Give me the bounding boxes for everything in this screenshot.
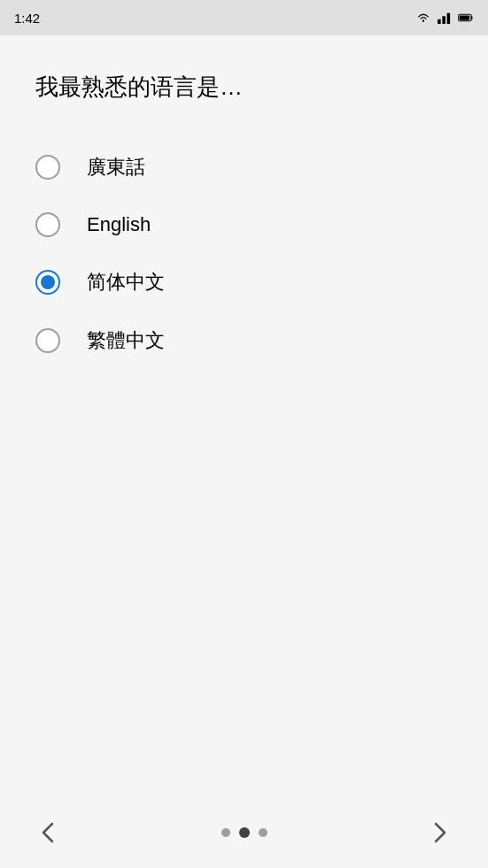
radio-label-english: English bbox=[87, 213, 151, 236]
svg-rect-3 bbox=[447, 13, 451, 24]
radio-label-simplified: 简体中文 bbox=[87, 269, 165, 296]
bottom-navigation bbox=[0, 797, 488, 868]
question-title: 我最熟悉的语言是… bbox=[35, 71, 453, 103]
radio-item-simplified[interactable]: 简体中文 bbox=[35, 253, 453, 311]
svg-rect-2 bbox=[442, 16, 445, 24]
wifi-icon bbox=[415, 12, 431, 24]
radio-circle-traditional bbox=[35, 328, 60, 353]
dot-1 bbox=[221, 828, 230, 837]
battery-icon bbox=[458, 12, 474, 24]
main-content: 我最熟悉的语言是… 廣東話 English 简体中文 繁體中文 bbox=[0, 35, 488, 370]
radio-circle-english bbox=[35, 212, 60, 237]
radio-item-cantonese[interactable]: 廣東話 bbox=[35, 138, 453, 196]
back-arrow-icon bbox=[35, 818, 63, 847]
back-button[interactable] bbox=[27, 810, 71, 855]
radio-group: 廣東話 English 简体中文 繁體中文 bbox=[35, 138, 453, 370]
dot-2 bbox=[239, 827, 250, 838]
next-arrow-icon bbox=[425, 818, 453, 847]
radio-circle-simplified bbox=[35, 270, 60, 295]
svg-rect-1 bbox=[438, 19, 441, 24]
page-dots bbox=[221, 827, 267, 838]
svg-point-0 bbox=[422, 20, 424, 22]
next-button[interactable] bbox=[417, 810, 461, 855]
signal-icon bbox=[437, 12, 453, 24]
radio-circle-cantonese bbox=[35, 155, 60, 180]
radio-item-traditional[interactable]: 繁體中文 bbox=[35, 311, 453, 370]
radio-label-traditional: 繁體中文 bbox=[87, 327, 165, 354]
dot-3 bbox=[259, 828, 267, 837]
radio-label-cantonese: 廣東話 bbox=[87, 154, 145, 181]
status-time: 1:42 bbox=[14, 11, 40, 26]
svg-rect-5 bbox=[460, 15, 469, 19]
status-bar: 1:42 bbox=[0, 0, 488, 35]
status-icons bbox=[415, 12, 474, 24]
radio-item-english[interactable]: English bbox=[35, 196, 453, 253]
